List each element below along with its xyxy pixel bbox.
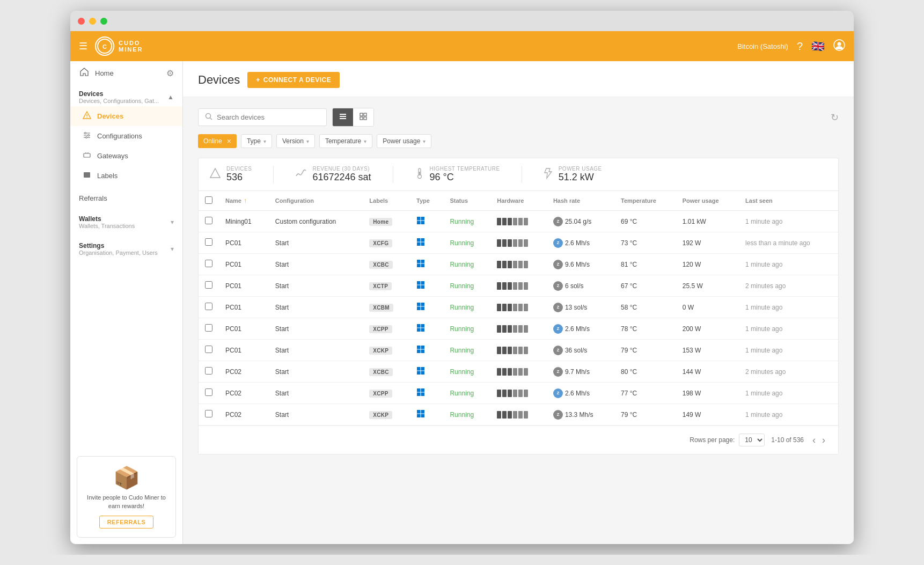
- sidebar-item-labels[interactable]: Labels: [70, 166, 182, 186]
- select-all-checkbox[interactable]: [205, 196, 212, 204]
- sidebar-item-home[interactable]: Home ⚙: [70, 61, 182, 85]
- row-checkbox[interactable]: [205, 217, 212, 224]
- temperature-label: Temperature: [325, 137, 361, 145]
- svg-rect-66: [417, 410, 421, 414]
- filter-version[interactable]: Version ▾: [276, 134, 315, 148]
- svg-rect-33: [421, 221, 425, 225]
- top-nav: ☰ C CUDO MINER Bitcoin (Satoshi) ? 🇬🇧: [70, 31, 854, 61]
- help-icon[interactable]: ?: [797, 40, 803, 53]
- row-status: Running: [443, 211, 490, 232]
- row-checkbox[interactable]: [205, 303, 212, 310]
- row-hashrate: Z 2.6 Mh/s: [547, 318, 614, 340]
- svg-rect-35: [421, 238, 425, 242]
- table-row: PC01 Start XCPP Running Z: [199, 318, 838, 340]
- row-hashrate: Z 2.6 Mh/s: [547, 383, 614, 404]
- row-checkbox[interactable]: [205, 260, 212, 267]
- row-hashrate: Z 9.6 Mh/s: [547, 254, 614, 275]
- next-page-button[interactable]: ›: [820, 435, 827, 446]
- row-checkbox[interactable]: [205, 367, 212, 375]
- refresh-button[interactable]: ↻: [831, 112, 839, 123]
- row-lastseen: less than a minute ago: [739, 232, 838, 254]
- sidebar-item-wallets[interactable]: Wallets Wallets, Transactions ▾: [70, 209, 182, 236]
- settings-collapse[interactable]: ▾: [171, 245, 174, 253]
- row-checkbox[interactable]: [205, 324, 212, 332]
- svg-rect-16: [84, 172, 90, 178]
- user-icon[interactable]: [833, 39, 845, 54]
- referrals-button[interactable]: REFERRALS: [99, 516, 154, 529]
- svg-rect-32: [417, 221, 421, 225]
- row-checkbox[interactable]: [205, 281, 212, 289]
- close-dot[interactable]: [78, 18, 85, 25]
- row-hardware: [490, 318, 547, 340]
- referrals-label: Referrals: [79, 194, 107, 202]
- settings-icon[interactable]: ⚙: [166, 68, 174, 78]
- row-status: Running: [443, 318, 490, 340]
- filter-type[interactable]: Type ▾: [241, 134, 272, 148]
- devices-section-subtitle: Devices, Configurations, Gat...: [79, 98, 159, 104]
- sidebar-item-devices[interactable]: Devices: [70, 106, 182, 126]
- row-checkbox[interactable]: [205, 346, 212, 353]
- row-label: XCBM: [363, 297, 410, 318]
- row-lastseen: 1 minute ago: [739, 383, 838, 404]
- referral-promo-box: 📦 Invite people to Cudo Miner to earn re…: [77, 456, 176, 538]
- row-type: [410, 318, 443, 340]
- home-icon: [79, 68, 90, 78]
- filter-online[interactable]: Online ×: [198, 134, 237, 148]
- labels-label: Labels: [97, 172, 118, 180]
- name-sort[interactable]: Name ↑: [225, 197, 262, 204]
- svg-point-11: [88, 135, 90, 136]
- row-checkbox[interactable]: [205, 238, 212, 246]
- row-checkbox[interactable]: [205, 410, 212, 417]
- svg-rect-58: [417, 367, 421, 371]
- sidebar-item-configurations[interactable]: Configurations: [70, 126, 182, 146]
- table-row: PC02 Start XCBC Running Z: [199, 361, 838, 383]
- svg-rect-38: [417, 260, 421, 263]
- search-input[interactable]: [217, 113, 320, 121]
- svg-rect-24: [360, 117, 363, 120]
- row-temperature: 67 °C: [614, 275, 676, 297]
- menu-icon[interactable]: ☰: [79, 40, 87, 52]
- svg-text:C: C: [102, 43, 107, 50]
- title-bar: [70, 11, 854, 31]
- table-row: PC01 Start XCKP Running Z: [199, 340, 838, 361]
- revenue-stat-icon: [295, 167, 307, 182]
- row-checkbox[interactable]: [205, 388, 212, 396]
- sidebar-item-settings[interactable]: Settings Organisation, Payment, Users ▾: [70, 236, 182, 262]
- row-hashrate: Z 2.6 Mh/s: [547, 232, 614, 254]
- connect-icon: +: [256, 76, 260, 84]
- flag-icon[interactable]: 🇬🇧: [811, 40, 825, 53]
- row-temperature: 77 °C: [614, 383, 676, 404]
- row-label: XCFG: [363, 232, 410, 254]
- filter-temperature[interactable]: Temperature ▾: [319, 134, 372, 148]
- power-stat-icon: [544, 167, 553, 182]
- sidebar-item-gateways[interactable]: Gateways: [70, 146, 182, 166]
- row-power: 198 W: [676, 383, 739, 404]
- list-view-button[interactable]: [333, 108, 353, 126]
- online-remove[interactable]: ×: [227, 137, 231, 145]
- row-hardware: [490, 297, 547, 318]
- row-config: Start: [269, 297, 363, 318]
- row-power: 200 W: [676, 318, 739, 340]
- devices-table-container: Name ↑ Configuration Labels Type Status …: [198, 190, 839, 454]
- row-power: 192 W: [676, 232, 739, 254]
- lastseen-col-label: Last seen: [739, 191, 838, 211]
- power-stat-label: POWER USAGE: [559, 166, 602, 172]
- rows-per-page-select[interactable]: 10 25 50: [739, 434, 765, 446]
- row-type: [410, 404, 443, 425]
- filter-power-usage[interactable]: Power usage ▾: [377, 134, 431, 148]
- svg-rect-65: [421, 393, 425, 397]
- wallets-title: Wallets: [79, 215, 135, 223]
- grid-view-button[interactable]: [353, 108, 373, 126]
- wallets-collapse[interactable]: ▾: [171, 218, 174, 226]
- gateways-label: Gateways: [97, 152, 128, 160]
- devices-section-header: Devices Devices, Configurations, Gat... …: [79, 90, 174, 104]
- sidebar-item-referrals[interactable]: Referrals: [70, 188, 182, 209]
- svg-rect-22: [360, 113, 363, 116]
- minimize-dot[interactable]: [89, 18, 96, 25]
- prev-page-button[interactable]: ‹: [810, 435, 818, 446]
- filter-row: Online × Type ▾ Version ▾ Temperature ▾: [198, 134, 839, 148]
- row-temperature: 73 °C: [614, 232, 676, 254]
- connect-device-button[interactable]: + CONNECT A DEVICE: [247, 72, 340, 88]
- collapse-icon[interactable]: ▲: [167, 93, 174, 101]
- maximize-dot[interactable]: [100, 18, 107, 25]
